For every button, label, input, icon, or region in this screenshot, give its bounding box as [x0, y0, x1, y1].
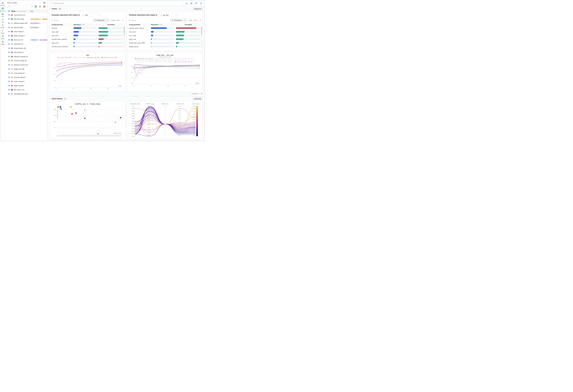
sort-button[interactable] [43, 5, 46, 8]
run-row[interactable]: best 20% data best examples✕humans✕ [5, 17, 47, 21]
add-panel-button[interactable]: Add panel [193, 7, 203, 10]
runs-search-input[interactable]: .* [7, 5, 33, 8]
legend-item[interactable]: best 20% data road_acc [155, 58, 172, 59]
visibility-eye-icon[interactable] [8, 68, 10, 70]
parameters-button[interactable]: Parameters [93, 18, 106, 22]
importance-row[interactable]: encoder.value_alexnet [129, 26, 201, 30]
run-tag[interactable]: humans✕ [42, 18, 47, 20]
visibility-eye-icon[interactable] [8, 18, 10, 20]
visibility-eye-icon[interactable] [8, 14, 10, 16]
run-tag[interactable]: test_medium✕ [39, 39, 47, 41]
run-row[interactable]: snowy-totem-184 [5, 46, 47, 50]
col-correlation[interactable]: Correlation [98, 24, 124, 25]
visibility-eye-icon[interactable] [8, 55, 10, 58]
visibility-eye-icon[interactable] [8, 30, 10, 33]
col-importance[interactable]: Importance [151, 24, 175, 26]
magic-wand-button[interactable] [183, 18, 187, 22]
col-importance[interactable]: Importance [73, 24, 97, 26]
remove-tag-icon[interactable]: ✕ [37, 39, 38, 40]
run-name[interactable]: efficient-shape-156 [14, 22, 27, 24]
importance-row[interactable]: batch_size [52, 41, 124, 45]
visibility-eye-icon[interactable] [8, 39, 10, 41]
legend-item[interactable]: second-best-run road_acc [135, 58, 153, 59]
tags-column-label[interactable]: Tags [30, 10, 33, 12]
importance-row[interactable]: num_train [52, 34, 124, 37]
run-name[interactable]: snowy-totem-184 [14, 47, 26, 49]
run-row[interactable]: crisp-sweep-23 [5, 71, 47, 75]
importance-row[interactable]: encoder.value_alexnet [52, 37, 124, 41]
smoothing-iron-icon[interactable] [190, 1, 193, 5]
visibility-eye-icon[interactable] [8, 43, 10, 45]
x-axis-settings-icon[interactable]: x [185, 1, 188, 5]
visibility-eye-icon[interactable] [8, 72, 10, 74]
visibility-eye-icon[interactable] [8, 89, 10, 91]
legend-item[interactable]: snowy-totem-184 [58, 57, 71, 58]
run-name[interactable]: magic-sun-188 [14, 68, 24, 70]
visibility-eye-icon[interactable] [8, 26, 10, 29]
run-name[interactable]: vital-sweep-17 [14, 52, 24, 53]
legend-item[interactable]: best full data road_acc [137, 60, 155, 61]
filter-button[interactable] [34, 5, 37, 8]
remove-tag-icon[interactable]: ✕ [39, 23, 40, 24]
visibility-eye-icon[interactable] [8, 59, 10, 62]
regex-toggle[interactable]: .* [31, 6, 32, 7]
run-row[interactable]: second-best-run [5, 13, 47, 17]
run-name[interactable]: generous-forest-119 [14, 64, 28, 66]
visibility-eye-icon[interactable] [8, 80, 10, 83]
run-name[interactable]: best 20% data [14, 18, 24, 20]
run-name[interactable]: lilac-moon-175 [14, 89, 24, 91]
run-name[interactable]: swift-leaf-122 [14, 43, 23, 45]
chevron-down-icon[interactable] [49, 8, 51, 9]
metric-select[interactable]: acc [81, 13, 101, 17]
legend-item[interactable]: wise-sun-171 road_acc [137, 61, 153, 63]
visibility-eye-icon[interactable] [8, 76, 10, 79]
settings-gear-icon[interactable] [199, 1, 203, 5]
visibility-eye-icon[interactable] [8, 93, 10, 95]
sidebar-item-artifacts[interactable]: Artifacts [0, 40, 5, 45]
col-config-parameter[interactable]: Config parameter [129, 24, 149, 25]
sidebar-item-runs[interactable]: Runs [0, 13, 5, 17]
importance-row[interactable]: encoder.value_resnet18 [52, 45, 124, 48]
run-name[interactable]: eager-fog-190 [14, 85, 24, 87]
group-button[interactable] [38, 5, 42, 8]
run-row[interactable]: eager-fog-190 [5, 84, 47, 88]
visibility-eye-icon[interactable] [8, 85, 10, 87]
importance-search-input[interactable]: Search [52, 19, 91, 21]
run-name[interactable]: solar-sweep-2 [14, 31, 24, 33]
chevron-left-icon[interactable] [198, 20, 199, 21]
chevron-right-icon[interactable] [200, 20, 201, 21]
run-row[interactable]: iconic-sweep-5 [5, 79, 47, 84]
run-name[interactable]: dainty-sweep-4 [14, 35, 24, 37]
scrollbar[interactable] [201, 26, 202, 48]
chevron-right-icon[interactable] [123, 20, 124, 21]
name-column-label[interactable]: Name [11, 10, 16, 12]
remove-tag-icon[interactable]: ✕ [40, 18, 41, 20]
col-correlation[interactable]: Correlation [176, 24, 201, 25]
sidebar-item-jobs[interactable]: Jobs [0, 18, 5, 22]
eye-icon[interactable] [8, 10, 10, 12]
visibility-eye-icon[interactable] [8, 35, 10, 37]
sidebar-item-overview[interactable]: Overview [0, 1, 5, 6]
legend-item[interactable]: helpful-durian-180 [102, 57, 117, 58]
visibility-eye-icon[interactable] [8, 64, 10, 66]
magic-wand-button[interactable] [106, 18, 109, 22]
importance-row[interactable]: model_type.value_NAN [129, 41, 201, 45]
panel-section-label[interactable]: Panel Section [52, 98, 63, 100]
visibility-eye-icon[interactable] [8, 22, 10, 24]
chevron-down-icon[interactable] [49, 98, 51, 99]
run-name[interactable]: misunderstood-swe... [14, 93, 29, 95]
run-row[interactable]: revived-sweep-9 [5, 75, 47, 79]
importance-row[interactable]: num_train [129, 30, 201, 34]
run-name[interactable]: best full data [14, 27, 23, 28]
add-panel-button[interactable]: Add panel [193, 97, 203, 100]
run-row[interactable]: swift-leaf-122 [5, 42, 47, 46]
remove-tag-icon[interactable]: ✕ [38, 27, 39, 28]
sidebar-item-workspace[interactable]: Workspace [0, 7, 5, 11]
scrollbar[interactable] [124, 26, 125, 48]
importance-row[interactable]: weight_decay [129, 45, 201, 48]
run-name[interactable]: iconic-sweep-5 [14, 81, 24, 82]
run-row[interactable]: best full data prod_ready✕ [5, 25, 47, 30]
charts-section-label[interactable]: Charts [52, 8, 57, 10]
run-row[interactable]: vital-sweep-17 [5, 50, 47, 54]
page-range-dropdown[interactable]: 1-10▾ [188, 19, 192, 21]
